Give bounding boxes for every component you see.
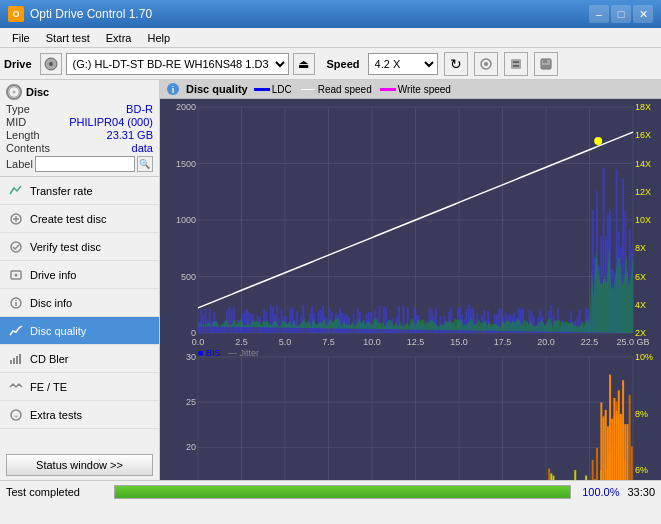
sidebar-label-verify-test-disc: Verify test disc bbox=[30, 241, 101, 253]
chart-header: i Disc quality LDC Read speed Write spee… bbox=[160, 80, 661, 99]
sidebar-item-fe-te[interactable]: FE / TE bbox=[0, 373, 159, 401]
disc-type-row: Type BD-R bbox=[6, 103, 153, 115]
sidebar-item-disc-quality[interactable]: Disc quality bbox=[0, 317, 159, 345]
close-button[interactable]: ✕ bbox=[633, 5, 653, 23]
chart-legend: LDC Read speed Write speed bbox=[254, 84, 451, 95]
menu-start-test[interactable]: Start test bbox=[38, 31, 98, 45]
cd-bler-icon bbox=[8, 351, 24, 367]
fe-te-icon bbox=[8, 379, 24, 395]
maximize-button[interactable]: □ bbox=[611, 5, 631, 23]
disc-length-value: 23.31 GB bbox=[107, 129, 153, 141]
progress-bar-fill bbox=[115, 486, 570, 498]
disc-length-label: Length bbox=[6, 129, 40, 141]
disc-title: Disc bbox=[26, 86, 49, 98]
sidebar-label-disc-quality: Disc quality bbox=[30, 325, 86, 337]
svg-text:i: i bbox=[172, 85, 175, 95]
svg-text:+: + bbox=[14, 413, 18, 420]
title-buttons: – □ ✕ bbox=[589, 5, 653, 23]
disc-header: Disc bbox=[6, 84, 153, 100]
read-speed-label: Read speed bbox=[318, 84, 372, 95]
legend-ldc: LDC bbox=[254, 84, 292, 95]
menu-extra[interactable]: Extra bbox=[98, 31, 140, 45]
disc-type-label: Type bbox=[6, 103, 30, 115]
eject-button[interactable]: ⏏ bbox=[293, 53, 315, 75]
settings-button[interactable] bbox=[504, 52, 528, 76]
sidebar-label-transfer-rate: Transfer rate bbox=[30, 185, 93, 197]
sidebar-label-cd-bler: CD Bler bbox=[30, 353, 69, 365]
drive-icon-button[interactable] bbox=[40, 53, 62, 75]
svg-rect-21 bbox=[10, 360, 12, 364]
transfer-rate-icon bbox=[8, 183, 24, 199]
disc-mid-value: PHILIPR04 (000) bbox=[69, 116, 153, 128]
ldc-color bbox=[254, 88, 270, 91]
disc-label-input[interactable] bbox=[35, 156, 135, 172]
burn-button[interactable] bbox=[474, 52, 498, 76]
title-bar: O Opti Drive Control 1.70 – □ ✕ bbox=[0, 0, 661, 28]
svg-rect-9 bbox=[542, 65, 550, 68]
svg-rect-4 bbox=[511, 59, 521, 69]
extra-tests-icon: + bbox=[8, 407, 24, 423]
status-text: Test completed bbox=[6, 486, 106, 498]
chart-title: Disc quality bbox=[186, 83, 248, 95]
sidebar-label-extra-tests: Extra tests bbox=[30, 409, 82, 421]
chart-header-icon: i bbox=[166, 82, 180, 96]
sidebar-item-drive-info[interactable]: Drive info bbox=[0, 261, 159, 289]
sidebar-item-create-test-disc[interactable]: Create test disc bbox=[0, 205, 159, 233]
lower-chart-canvas bbox=[160, 349, 661, 480]
disc-info-icon bbox=[8, 295, 24, 311]
disc-quality-icon bbox=[8, 323, 24, 339]
disc-label-btn[interactable]: 🔍 bbox=[137, 156, 153, 172]
sidebar-item-cd-bler[interactable]: CD Bler bbox=[0, 345, 159, 373]
drive-label: Drive bbox=[4, 58, 32, 70]
svg-point-1 bbox=[49, 62, 53, 66]
content-area: i Disc quality LDC Read speed Write spee… bbox=[160, 80, 661, 480]
sidebar-item-verify-test-disc[interactable]: Verify test disc bbox=[0, 233, 159, 261]
svg-point-17 bbox=[15, 273, 18, 276]
verify-test-disc-icon bbox=[8, 239, 24, 255]
status-window-button[interactable]: Status window >> bbox=[6, 454, 153, 476]
sidebar-label-fe-te: FE / TE bbox=[30, 381, 67, 393]
disc-panel: Disc Type BD-R MID PHILIPR04 (000) Lengt… bbox=[0, 80, 159, 177]
progress-bar-container bbox=[114, 485, 571, 499]
disc-length-row: Length 23.31 GB bbox=[6, 129, 153, 141]
drive-select[interactable]: (G:) HL-DT-ST BD-RE WH16NS48 1.D3 bbox=[66, 53, 289, 75]
svg-rect-5 bbox=[513, 61, 519, 63]
sidebar-item-transfer-rate[interactable]: Transfer rate bbox=[0, 177, 159, 205]
save-button[interactable] bbox=[534, 52, 558, 76]
disc-contents-label: Contents bbox=[6, 142, 50, 154]
speed-label: Speed bbox=[327, 58, 360, 70]
disc-icon bbox=[6, 84, 22, 100]
minimize-button[interactable]: – bbox=[589, 5, 609, 23]
window-title: Opti Drive Control 1.70 bbox=[30, 7, 152, 21]
write-speed-label: Write speed bbox=[398, 84, 451, 95]
sidebar-label-disc-info: Disc info bbox=[30, 297, 72, 309]
disc-contents-row: Contents data bbox=[6, 142, 153, 154]
progress-area: Test completed 100.0% 33:30 bbox=[0, 480, 661, 502]
progress-time: 33:30 bbox=[627, 486, 655, 498]
legend-read-speed: Read speed bbox=[300, 84, 372, 95]
sidebar-label-create-test-disc: Create test disc bbox=[30, 213, 106, 225]
menu-help[interactable]: Help bbox=[139, 31, 178, 45]
legend-write-speed: Write speed bbox=[380, 84, 451, 95]
disc-contents-value: data bbox=[132, 142, 153, 154]
main-area: Disc Type BD-R MID PHILIPR04 (000) Lengt… bbox=[0, 80, 661, 480]
svg-rect-23 bbox=[16, 356, 18, 364]
refresh-button[interactable]: ↻ bbox=[444, 52, 468, 76]
disc-mid-row: MID PHILIPR04 (000) bbox=[6, 116, 153, 128]
svg-point-11 bbox=[13, 91, 16, 94]
sidebar-label-drive-info: Drive info bbox=[30, 269, 76, 281]
svg-rect-24 bbox=[19, 354, 21, 364]
ldc-label: LDC bbox=[272, 84, 292, 95]
menu-file[interactable]: File bbox=[4, 31, 38, 45]
sidebar-item-extra-tests[interactable]: + Extra tests bbox=[0, 401, 159, 429]
disc-mid-label: MID bbox=[6, 116, 26, 128]
svg-point-20 bbox=[15, 299, 17, 301]
svg-rect-6 bbox=[513, 65, 519, 67]
svg-point-3 bbox=[484, 62, 488, 66]
disc-label-row: Label 🔍 bbox=[6, 156, 153, 172]
sidebar-item-disc-info[interactable]: Disc info bbox=[0, 289, 159, 317]
svg-rect-22 bbox=[13, 358, 15, 364]
drive-toolbar: Drive (G:) HL-DT-ST BD-RE WH16NS48 1.D3 … bbox=[0, 48, 661, 80]
speed-select[interactable]: 4.2 X bbox=[368, 53, 438, 75]
title-bar-left: O Opti Drive Control 1.70 bbox=[8, 6, 152, 22]
